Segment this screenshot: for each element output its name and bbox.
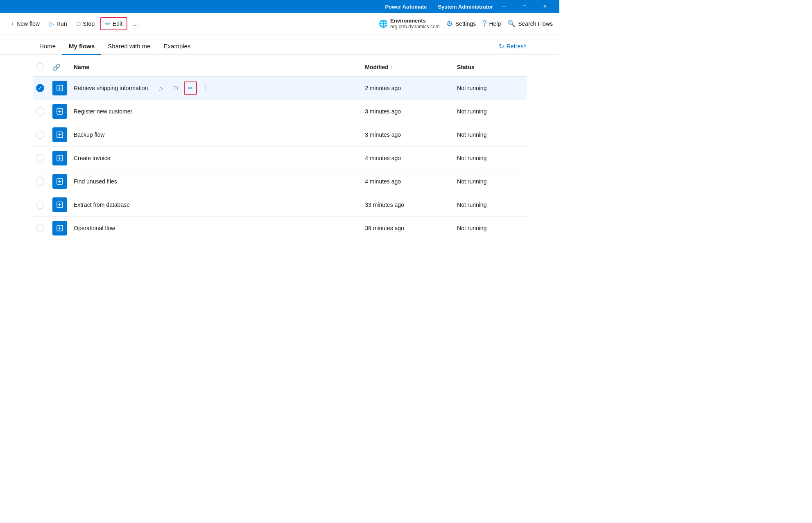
row-actions: ▷□✏⋮	[154, 82, 212, 95]
table-row: Create invoice4 minutes agoNot running	[33, 147, 527, 170]
edit-button[interactable]: ✏ Edit	[100, 17, 127, 30]
flows-list: ✓Retrieve shipping information▷□✏⋮2 minu…	[33, 77, 527, 240]
status-label: Status	[457, 64, 475, 70]
table-row: Register new customer3 minutes agoNot ru…	[33, 100, 527, 123]
table-row: Find unused files4 minutes agoNot runnin…	[33, 170, 527, 193]
flow-type-icon	[52, 221, 67, 235]
refresh-label: Refresh	[507, 43, 527, 50]
stop-button[interactable]: □ Stop	[73, 18, 99, 29]
row-checkbox[interactable]	[36, 224, 44, 232]
search-icon: 🔍	[507, 20, 516, 27]
flow-type-icon	[52, 197, 67, 212]
col-header-status: Status	[454, 58, 527, 77]
row-more-button[interactable]: ⋮	[199, 82, 212, 95]
flow-type-icon	[52, 174, 67, 189]
title-bar: Power Automate System Administrator ─ □ …	[0, 0, 559, 13]
flow-status: Not running	[454, 123, 527, 147]
minimize-button[interactable]: ─	[495, 0, 513, 13]
toolbar: + New flow ▷ Run □ Stop ✏ Edit ... 🌐 Env…	[0, 13, 559, 34]
col-header-name[interactable]: Name	[70, 58, 362, 77]
flow-modified: 4 minutes ago	[362, 147, 454, 170]
environments-button[interactable]: 🌐 Environments org.crm.dynamics.com	[379, 18, 440, 29]
flow-status: Not running	[454, 170, 527, 193]
row-checkbox[interactable]	[36, 177, 44, 186]
run-button[interactable]: ▷ Run	[45, 18, 71, 29]
flows-table: 🔗 Name Modified ↑ Status ✓Retrieve shipp…	[33, 58, 527, 240]
more-button[interactable]: ...	[129, 18, 142, 29]
nav-tabs: Home My flows Shared with me Examples ↻ …	[0, 38, 559, 55]
toolbar-right: 🌐 Environments org.crm.dynamics.com ⚙ Se…	[379, 18, 553, 29]
flow-status: Not running	[454, 147, 527, 170]
row-run-button[interactable]: ▷	[154, 82, 167, 95]
row-checkbox[interactable]	[36, 201, 44, 209]
flow-modified: 3 minutes ago	[362, 123, 454, 147]
flow-status: Not running	[454, 100, 527, 123]
row-checkbox[interactable]	[36, 154, 44, 162]
flow-name: Retrieve shipping information▷□✏⋮	[70, 77, 362, 100]
maximize-button[interactable]: □	[515, 0, 534, 13]
environments-icon: 🌐	[379, 19, 388, 28]
settings-button[interactable]: ⚙ Settings	[446, 19, 476, 28]
name-label: Name	[74, 64, 89, 70]
row-edit-button[interactable]: ✏	[184, 82, 197, 95]
plus-icon: +	[11, 20, 14, 27]
row-checkbox[interactable]	[36, 131, 44, 139]
flow-name: Backup flow	[70, 123, 362, 147]
row-check-button[interactable]: □	[169, 82, 182, 95]
flow-type-icon	[52, 104, 67, 119]
flow-modified: 39 minutes ago	[362, 217, 454, 240]
flow-name: Operational flow	[70, 217, 362, 240]
help-label: Help	[489, 20, 501, 27]
app-title: Power Automate	[385, 4, 427, 10]
close-button[interactable]: ✕	[536, 0, 554, 13]
col-header-modified[interactable]: Modified ↑	[362, 58, 454, 77]
flow-status: Not running	[454, 77, 527, 100]
row-checkbox[interactable]: ✓	[36, 84, 44, 92]
table-row: Extract from database33 minutes agoNot r…	[33, 193, 527, 217]
new-flow-button[interactable]: + New flow	[7, 18, 44, 29]
help-icon: ?	[482, 19, 486, 28]
edit-icon: ✏	[105, 20, 110, 27]
user-name: System Administrator	[438, 4, 493, 10]
flow-name: Find unused files	[70, 170, 362, 193]
tab-my-flows[interactable]: My flows	[62, 38, 101, 54]
flow-modified: 2 minutes ago	[362, 77, 454, 100]
tab-home[interactable]: Home	[33, 38, 62, 54]
search-flows-button[interactable]: 🔍 Search Flows	[507, 20, 553, 27]
edit-label: Edit	[113, 20, 122, 27]
settings-label: Settings	[455, 20, 476, 27]
flow-status: Not running	[454, 217, 527, 240]
flow-name: Create invoice	[70, 147, 362, 170]
table-row: Operational flow39 minutes agoNot runnin…	[33, 217, 527, 240]
run-icon: ▷	[50, 20, 54, 27]
environments-label: Environments	[390, 18, 440, 24]
flow-modified: 4 minutes ago	[362, 170, 454, 193]
type-icon: 🔗	[52, 64, 61, 71]
flow-type-icon	[52, 127, 67, 142]
main-content: 🔗 Name Modified ↑ Status ✓Retrieve shipp…	[0, 58, 559, 240]
flow-name: Register new customer	[70, 100, 362, 123]
table-row: Backup flow3 minutes agoNot running	[33, 123, 527, 147]
settings-icon: ⚙	[446, 19, 453, 28]
tab-examples[interactable]: Examples	[157, 38, 197, 54]
flow-type-icon	[52, 151, 67, 165]
new-flow-label: New flow	[16, 20, 40, 27]
modified-label: Modified	[365, 64, 389, 70]
refresh-button[interactable]: ↻ Refresh	[499, 42, 527, 50]
select-all-checkbox[interactable]	[36, 63, 44, 71]
stop-label: Stop	[83, 20, 95, 27]
help-button[interactable]: ? Help	[482, 19, 501, 28]
refresh-icon: ↻	[499, 42, 504, 50]
more-label: ...	[133, 20, 138, 27]
environments-info: Environments org.crm.dynamics.com	[390, 18, 440, 29]
flow-name: Extract from database	[70, 193, 362, 217]
stop-icon: □	[77, 20, 80, 27]
row-checkbox[interactable]	[36, 107, 44, 115]
environments-sub: org.crm.dynamics.com	[390, 24, 440, 29]
search-label: Search Flows	[518, 20, 553, 27]
table-header-row: 🔗 Name Modified ↑ Status	[33, 58, 527, 77]
title-bar-controls: System Administrator ─ □ ✕	[438, 0, 554, 13]
tab-shared-with-me[interactable]: Shared with me	[101, 38, 157, 54]
sort-arrow: ↑	[390, 65, 393, 70]
flow-type-icon	[52, 81, 67, 95]
